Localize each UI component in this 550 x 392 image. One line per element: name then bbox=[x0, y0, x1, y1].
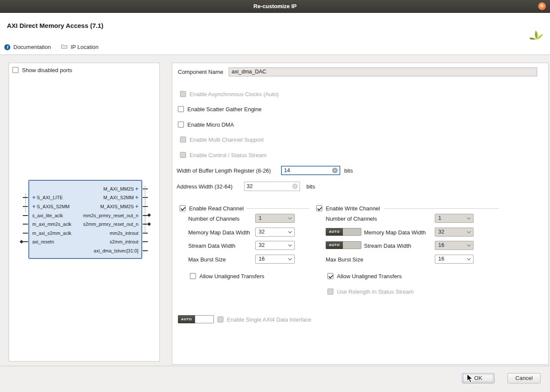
write-num-channels-label: Number of Channels bbox=[326, 216, 377, 222]
read-max-burst-label: Max Burst Size bbox=[188, 256, 226, 263]
control-status-option: Enable Control / Status Stream bbox=[180, 152, 266, 158]
read-allow-unaligned-checkbox[interactable] bbox=[190, 273, 196, 279]
write-mm-width-select: 32 bbox=[435, 228, 474, 237]
buffer-length-label: Width of Buffer Length Register (8-26) bbox=[177, 167, 271, 174]
enable-read-channel-label: Enable Read Channel bbox=[189, 205, 244, 212]
port-stub bbox=[23, 215, 28, 216]
buffer-length-unit: bits bbox=[344, 167, 353, 174]
cancel-button[interactable]: Cancel bbox=[507, 373, 541, 383]
expand-port-icon[interactable]: + bbox=[32, 194, 36, 201]
read-max-burst-select[interactable]: 16 bbox=[255, 255, 295, 264]
show-disabled-ports-checkbox[interactable] bbox=[12, 67, 18, 73]
show-disabled-ports-option: Show disabled ports bbox=[12, 67, 72, 73]
micro-dma-label: Enable Micro DMA bbox=[187, 122, 234, 128]
async-clocks-option: Enable Asynchronous Clocks (Auto) bbox=[180, 91, 278, 97]
group-divider bbox=[385, 208, 499, 209]
port-label: m_axi_mm2s_aclk bbox=[32, 222, 71, 227]
expand-port-icon[interactable]: + bbox=[135, 204, 138, 210]
selection-dash bbox=[145, 186, 145, 232]
chevron-down-icon bbox=[288, 243, 292, 246]
diagram-row: axi_dma_tstvec[31:0] bbox=[32, 246, 138, 255]
single-axi4-checkbox bbox=[217, 316, 223, 322]
port-label: S_AXI_LITE bbox=[37, 195, 63, 200]
read-mm-width-label: Memory Map Data Width bbox=[188, 229, 250, 236]
expand-port-icon[interactable]: + bbox=[32, 204, 36, 210]
port-stub bbox=[143, 233, 148, 234]
diagram-row: M_AXI_MM2S+ bbox=[32, 185, 138, 193]
port-label: M_AXIS_MM2S bbox=[100, 204, 134, 209]
write-stream-width-auto-toggle[interactable]: AUTO bbox=[326, 241, 361, 249]
control-status-checkbox bbox=[180, 152, 186, 158]
read-stream-width-label: Stream Data Width bbox=[188, 243, 235, 249]
dialog-header: AXI Direct Memory Access (7.1) bbox=[0, 13, 550, 40]
clear-icon: × bbox=[292, 184, 298, 189]
ip-location-link[interactable]: IP Location bbox=[61, 44, 98, 50]
ip-block-diagram[interactable]: M_AXI_MM2S+ +S_AXI_LITE M_AXI_S2MM+ +S_A… bbox=[28, 180, 142, 259]
single-axi4-auto-toggle[interactable]: AUTO bbox=[178, 315, 214, 323]
chevron-down-icon bbox=[467, 243, 471, 246]
write-stream-width-label: Stream Data Width bbox=[364, 243, 411, 249]
port-marker bbox=[147, 213, 151, 217]
read-allow-unaligned-option: Allow Unaligned Transfers bbox=[190, 273, 264, 280]
port-stub bbox=[143, 250, 148, 251]
diagram-row: +S_AXIS_S2MM M_AXIS_MM2S+ bbox=[32, 202, 138, 211]
port-label: S_AXIS_S2MM bbox=[37, 204, 70, 209]
multi-channel-label: Enable Multi Channel Support bbox=[189, 137, 264, 143]
show-disabled-ports-label: Show disabled ports bbox=[22, 67, 72, 73]
port-stub bbox=[143, 241, 148, 242]
use-rxlength-label: Use Rxlength In Status Stream bbox=[337, 289, 413, 295]
scatter-gather-option: Enable Scatter Gather Engine bbox=[178, 106, 262, 112]
single-axi4-label: Enable Single AXI4 Data Interface bbox=[227, 316, 312, 323]
read-stream-width-select[interactable]: 32 bbox=[255, 241, 295, 250]
recustomize-ip-dialog: Re-customize IP × AXI Direct Memory Acce… bbox=[0, 0, 550, 392]
folder-icon bbox=[61, 44, 67, 50]
documentation-link[interactable]: i Documentation bbox=[4, 44, 51, 50]
scatter-gather-checkbox[interactable] bbox=[178, 106, 184, 112]
diagram-row: +S_AXI_LITE M_AXI_S2MM+ bbox=[32, 193, 138, 202]
address-width-input[interactable]: 32 × bbox=[244, 182, 300, 191]
enable-read-channel-checkbox[interactable] bbox=[180, 205, 186, 211]
read-num-channels-select: 1 bbox=[255, 214, 295, 223]
expand-port-icon[interactable]: + bbox=[135, 186, 138, 192]
port-label: m_axi_s2mm_aclk bbox=[32, 231, 71, 236]
write-max-burst-select[interactable]: 16 bbox=[435, 255, 474, 264]
expand-port-icon[interactable]: + bbox=[135, 194, 138, 201]
chevron-down-icon bbox=[467, 257, 471, 260]
write-mm-width-label: Memory Map Data Width bbox=[364, 229, 426, 236]
diagram-row: s_axi_lite_aclk mm2s_prmry_reset_out_n bbox=[32, 211, 138, 220]
port-marker bbox=[147, 222, 151, 226]
port-stub bbox=[143, 188, 148, 189]
buffer-length-input[interactable]: 14 × bbox=[281, 166, 340, 175]
component-name-input[interactable]: axi_dma_DAC bbox=[229, 67, 537, 76]
write-mm-width-auto-toggle[interactable]: AUTO bbox=[326, 228, 361, 236]
diagram-panel: Show disabled ports bbox=[9, 63, 160, 362]
write-stream-width-select: 16 bbox=[435, 241, 474, 250]
close-icon[interactable]: × bbox=[538, 2, 546, 10]
toolbar: i Documentation IP Location bbox=[0, 40, 550, 55]
port-label: axi_resetn bbox=[32, 239, 54, 244]
write-allow-unaligned-option: Allow Unaligned Transfers bbox=[327, 273, 402, 280]
chevron-down-icon bbox=[288, 257, 292, 260]
footer-divider bbox=[0, 366, 550, 366]
titlebar: Re-customize IP × bbox=[0, 0, 550, 13]
port-label: s2mm_introut bbox=[110, 239, 138, 244]
read-mm-width-select[interactable]: 32 bbox=[255, 228, 295, 237]
diagram-row: axi_resetn s2mm_introut bbox=[32, 237, 138, 246]
read-num-channels-label: Number of Channels bbox=[188, 216, 239, 222]
page-title: AXI Direct Memory Access (7.1) bbox=[7, 22, 104, 29]
port-label: M_AXI_S2MM bbox=[103, 195, 134, 200]
enable-write-channel-checkbox[interactable] bbox=[316, 205, 322, 211]
port-marker bbox=[20, 240, 23, 243]
diagram-row: m_axi_s2mm_aclk mm2s_introut bbox=[32, 229, 138, 237]
clear-icon[interactable]: × bbox=[332, 168, 338, 173]
port-stub bbox=[23, 241, 28, 242]
documentation-label: Documentation bbox=[13, 44, 51, 50]
address-width-label: Address Width (32-64) bbox=[177, 183, 232, 190]
port-label: mm2s_prmry_reset_out_n bbox=[83, 213, 138, 218]
multi-channel-checkbox bbox=[180, 137, 186, 143]
write-allow-unaligned-checkbox[interactable] bbox=[327, 273, 333, 279]
port-label: s2mm_prmry_reset_out_n bbox=[83, 222, 138, 227]
async-clocks-label: Enable Asynchronous Clocks (Auto) bbox=[189, 91, 278, 97]
micro-dma-checkbox[interactable] bbox=[178, 122, 184, 128]
component-name-label: Component Name bbox=[178, 69, 223, 75]
